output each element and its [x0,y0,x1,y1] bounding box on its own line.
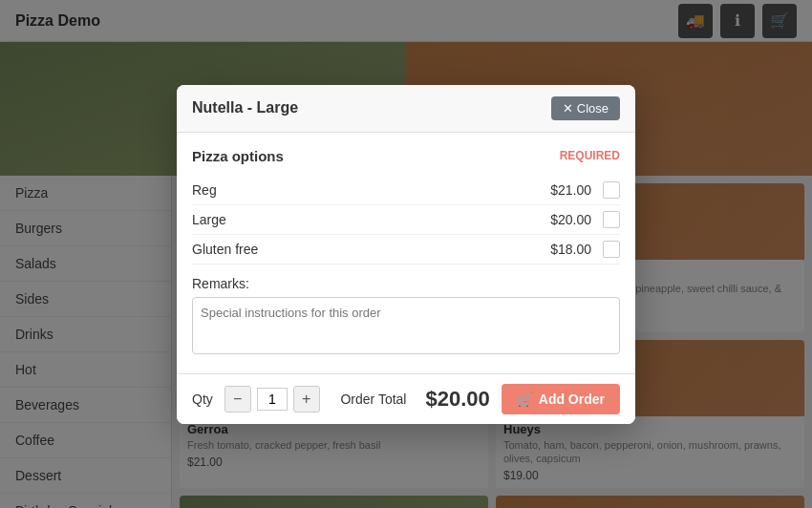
option-row-reg[interactable]: Reg $21.00 [192,176,620,205]
modal-header: Nutella - Large ✕ Close [177,85,635,133]
add-order-label: Add Order [539,392,605,407]
modal-title: Nutella - Large [192,99,298,116]
option-checkbox-gluten-free[interactable] [603,241,620,258]
remarks-label: Remarks: [192,276,620,291]
option-checkbox-large[interactable] [603,211,620,228]
remarks-textarea[interactable] [192,297,620,354]
required-badge: REQUIRED [560,149,620,162]
option-price-gluten-free: $18.00 [550,242,591,257]
qty-increase-button[interactable]: + [293,386,320,413]
cart-icon: 🛒 [517,392,533,407]
option-label-reg: Reg [192,182,550,198]
modal-dialog: Nutella - Large ✕ Close Pizza options RE… [177,85,635,424]
option-label-gluten-free: Gluten free [192,242,550,257]
options-header: Pizza options REQUIRED [192,148,620,164]
order-total-label: Order Total [340,392,406,407]
option-row-large[interactable]: Large $20.00 [192,205,620,235]
option-price-large: $20.00 [550,212,591,227]
order-total-price: $20.00 [425,387,489,412]
modal-overlay: Nutella - Large ✕ Close Pizza options RE… [0,0,812,508]
close-icon: ✕ [563,101,573,116]
option-label-large: Large [192,212,550,227]
qty-input[interactable] [257,388,288,411]
qty-decrease-button[interactable]: − [224,386,251,413]
qty-label: Qty [192,392,213,407]
option-checkbox-reg[interactable] [603,181,620,199]
option-row-gluten-free[interactable]: Gluten free $18.00 [192,235,620,265]
modal-footer: Qty − + Order Total $20.00 🛒 Add Order [177,373,635,424]
add-order-button[interactable]: 🛒 Add Order [502,384,620,414]
option-price-reg: $21.00 [550,182,591,198]
section-title: Pizza options [192,148,284,164]
close-label: Close [577,101,609,116]
qty-controls: − + [224,386,320,413]
modal-close-button[interactable]: ✕ Close [551,96,620,120]
modal-body: Pizza options REQUIRED Reg $21.00 Large … [177,133,635,373]
